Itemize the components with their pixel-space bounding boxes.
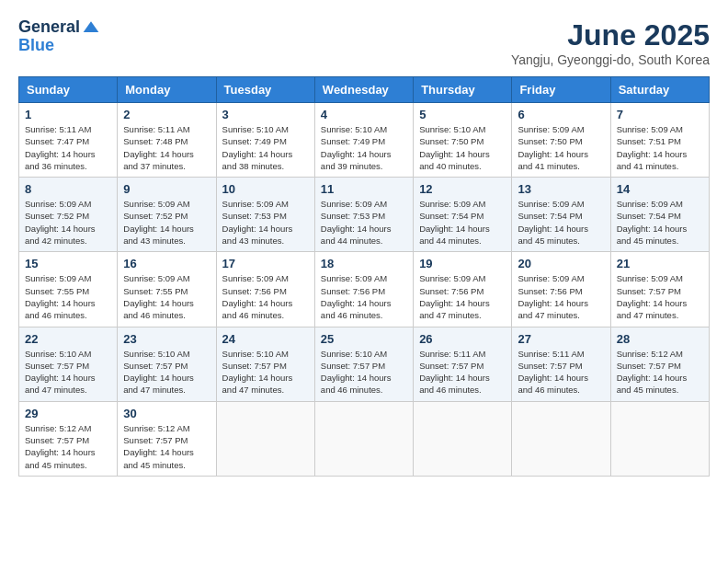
calendar-header: SundayMondayTuesdayWednesdayThursdayFrid… xyxy=(19,77,710,103)
day-info: Sunrise: 5:09 AM Sunset: 7:53 PM Dayligh… xyxy=(222,198,309,247)
day-info: Sunrise: 5:09 AM Sunset: 7:54 PM Dayligh… xyxy=(518,198,604,247)
day-number: 3 xyxy=(222,108,309,121)
weekday-header: Monday xyxy=(118,77,216,103)
weekday-header: Saturday xyxy=(610,77,709,103)
day-number: 21 xyxy=(617,257,703,270)
calendar-day-cell: 11 Sunrise: 5:09 AM Sunset: 7:53 PM Dayl… xyxy=(314,178,413,252)
calendar-day-cell xyxy=(610,401,709,476)
calendar-day-cell: 14 Sunrise: 5:09 AM Sunset: 7:54 PM Dayl… xyxy=(610,178,709,252)
calendar-day-cell xyxy=(314,401,413,476)
day-info: Sunrise: 5:09 AM Sunset: 7:55 PM Dayligh… xyxy=(25,272,111,321)
calendar-week-row: 22 Sunrise: 5:10 AM Sunset: 7:57 PM Dayl… xyxy=(19,327,710,401)
day-info: Sunrise: 5:12 AM Sunset: 7:57 PM Dayligh… xyxy=(617,348,703,396)
day-number: 7 xyxy=(617,108,703,121)
title-block: June 2025 Yangju, Gyeonggi-do, South Kor… xyxy=(511,18,710,67)
day-info: Sunrise: 5:11 AM Sunset: 7:47 PM Dayligh… xyxy=(25,123,111,172)
calendar-day-cell: 1 Sunrise: 5:11 AM Sunset: 7:47 PM Dayli… xyxy=(19,103,118,178)
calendar-day-cell: 23 Sunrise: 5:10 AM Sunset: 7:57 PM Dayl… xyxy=(118,327,216,401)
logo-blue: Blue xyxy=(18,36,54,54)
logo-icon xyxy=(82,18,100,37)
calendar-day-cell: 10 Sunrise: 5:09 AM Sunset: 7:53 PM Dayl… xyxy=(216,178,314,252)
day-number: 28 xyxy=(617,332,703,346)
day-number: 30 xyxy=(123,407,210,420)
day-number: 15 xyxy=(25,257,111,270)
day-info: Sunrise: 5:11 AM Sunset: 7:48 PM Dayligh… xyxy=(123,123,210,172)
day-info: Sunrise: 5:10 AM Sunset: 7:57 PM Dayligh… xyxy=(222,348,309,396)
logo-general: General xyxy=(18,17,80,36)
day-info: Sunrise: 5:10 AM Sunset: 7:49 PM Dayligh… xyxy=(321,123,407,172)
calendar-day-cell: 27 Sunrise: 5:11 AM Sunset: 7:57 PM Dayl… xyxy=(512,327,610,401)
weekday-header: Sunday xyxy=(19,77,118,103)
day-info: Sunrise: 5:09 AM Sunset: 7:51 PM Dayligh… xyxy=(617,123,703,172)
calendar-body: 1 Sunrise: 5:11 AM Sunset: 7:47 PM Dayli… xyxy=(19,103,710,477)
day-number: 23 xyxy=(123,332,210,346)
day-number: 26 xyxy=(419,332,506,346)
calendar-day-cell: 4 Sunrise: 5:10 AM Sunset: 7:49 PM Dayli… xyxy=(314,103,413,178)
day-info: Sunrise: 5:09 AM Sunset: 7:54 PM Dayligh… xyxy=(617,198,703,247)
calendar-day-cell: 30 Sunrise: 5:12 AM Sunset: 7:57 PM Dayl… xyxy=(118,401,216,476)
page-header: General Blue June 2025 Yangju, Gyeonggi-… xyxy=(18,18,710,67)
day-number: 8 xyxy=(25,182,111,196)
day-info: Sunrise: 5:09 AM Sunset: 7:57 PM Dayligh… xyxy=(617,272,703,321)
weekday-header: Thursday xyxy=(414,77,512,103)
day-info: Sunrise: 5:10 AM Sunset: 7:57 PM Dayligh… xyxy=(321,348,407,396)
calendar-day-cell: 29 Sunrise: 5:12 AM Sunset: 7:57 PM Dayl… xyxy=(19,401,118,476)
calendar-day-cell xyxy=(512,401,610,476)
calendar-day-cell: 25 Sunrise: 5:10 AM Sunset: 7:57 PM Dayl… xyxy=(314,327,413,401)
weekday-header: Tuesday xyxy=(216,77,314,103)
day-number: 25 xyxy=(321,332,407,346)
day-number: 9 xyxy=(123,182,210,196)
day-info: Sunrise: 5:10 AM Sunset: 7:49 PM Dayligh… xyxy=(222,123,309,172)
day-info: Sunrise: 5:09 AM Sunset: 7:56 PM Dayligh… xyxy=(321,272,407,321)
calendar-week-row: 8 Sunrise: 5:09 AM Sunset: 7:52 PM Dayli… xyxy=(19,178,710,252)
month-title: June 2025 xyxy=(511,18,710,52)
day-number: 4 xyxy=(321,108,407,121)
calendar-day-cell xyxy=(414,401,512,476)
day-number: 13 xyxy=(518,182,604,196)
day-number: 29 xyxy=(25,407,111,420)
day-number: 11 xyxy=(321,182,407,196)
calendar-day-cell: 2 Sunrise: 5:11 AM Sunset: 7:48 PM Dayli… xyxy=(118,103,216,178)
calendar-day-cell: 20 Sunrise: 5:09 AM Sunset: 7:56 PM Dayl… xyxy=(512,252,610,327)
calendar-day-cell: 24 Sunrise: 5:10 AM Sunset: 7:57 PM Dayl… xyxy=(216,327,314,401)
calendar-day-cell: 19 Sunrise: 5:09 AM Sunset: 7:56 PM Dayl… xyxy=(414,252,512,327)
day-info: Sunrise: 5:10 AM Sunset: 7:57 PM Dayligh… xyxy=(25,348,111,396)
day-number: 2 xyxy=(123,108,210,121)
day-number: 5 xyxy=(419,108,506,121)
day-info: Sunrise: 5:09 AM Sunset: 7:52 PM Dayligh… xyxy=(25,198,111,247)
calendar-day-cell: 9 Sunrise: 5:09 AM Sunset: 7:52 PM Dayli… xyxy=(118,178,216,252)
day-info: Sunrise: 5:09 AM Sunset: 7:56 PM Dayligh… xyxy=(222,272,309,321)
day-info: Sunrise: 5:10 AM Sunset: 7:57 PM Dayligh… xyxy=(123,348,210,396)
calendar-day-cell: 3 Sunrise: 5:10 AM Sunset: 7:49 PM Dayli… xyxy=(216,103,314,178)
calendar-day-cell: 26 Sunrise: 5:11 AM Sunset: 7:57 PM Dayl… xyxy=(414,327,512,401)
day-number: 22 xyxy=(25,332,111,346)
day-info: Sunrise: 5:09 AM Sunset: 7:56 PM Dayligh… xyxy=(518,272,604,321)
day-number: 6 xyxy=(518,108,604,121)
weekday-row: SundayMondayTuesdayWednesdayThursdayFrid… xyxy=(19,77,710,103)
calendar-day-cell: 5 Sunrise: 5:10 AM Sunset: 7:50 PM Dayli… xyxy=(414,103,512,178)
calendar-day-cell: 12 Sunrise: 5:09 AM Sunset: 7:54 PM Dayl… xyxy=(414,178,512,252)
calendar-day-cell: 18 Sunrise: 5:09 AM Sunset: 7:56 PM Dayl… xyxy=(314,252,413,327)
day-info: Sunrise: 5:10 AM Sunset: 7:50 PM Dayligh… xyxy=(419,123,506,172)
logo: General Blue xyxy=(18,18,100,55)
day-info: Sunrise: 5:09 AM Sunset: 7:53 PM Dayligh… xyxy=(321,198,407,247)
day-number: 17 xyxy=(222,257,309,270)
day-number: 20 xyxy=(518,257,604,270)
weekday-header: Wednesday xyxy=(314,77,413,103)
calendar-day-cell: 22 Sunrise: 5:10 AM Sunset: 7:57 PM Dayl… xyxy=(19,327,118,401)
day-info: Sunrise: 5:09 AM Sunset: 7:56 PM Dayligh… xyxy=(419,272,506,321)
calendar-week-row: 15 Sunrise: 5:09 AM Sunset: 7:55 PM Dayl… xyxy=(19,252,710,327)
day-info: Sunrise: 5:09 AM Sunset: 7:54 PM Dayligh… xyxy=(419,198,506,247)
weekday-header: Friday xyxy=(512,77,610,103)
calendar-week-row: 1 Sunrise: 5:11 AM Sunset: 7:47 PM Dayli… xyxy=(19,103,710,178)
calendar-day-cell: 21 Sunrise: 5:09 AM Sunset: 7:57 PM Dayl… xyxy=(610,252,709,327)
day-info: Sunrise: 5:12 AM Sunset: 7:57 PM Dayligh… xyxy=(123,422,210,471)
day-info: Sunrise: 5:09 AM Sunset: 7:55 PM Dayligh… xyxy=(123,272,210,321)
calendar-table: SundayMondayTuesdayWednesdayThursdayFrid… xyxy=(18,76,710,477)
day-info: Sunrise: 5:11 AM Sunset: 7:57 PM Dayligh… xyxy=(518,348,604,396)
day-info: Sunrise: 5:09 AM Sunset: 7:50 PM Dayligh… xyxy=(518,123,604,172)
day-info: Sunrise: 5:11 AM Sunset: 7:57 PM Dayligh… xyxy=(419,348,506,396)
calendar-day-cell: 6 Sunrise: 5:09 AM Sunset: 7:50 PM Dayli… xyxy=(512,103,610,178)
day-number: 14 xyxy=(617,182,703,196)
location: Yangju, Gyeonggi-do, South Korea xyxy=(511,52,710,67)
